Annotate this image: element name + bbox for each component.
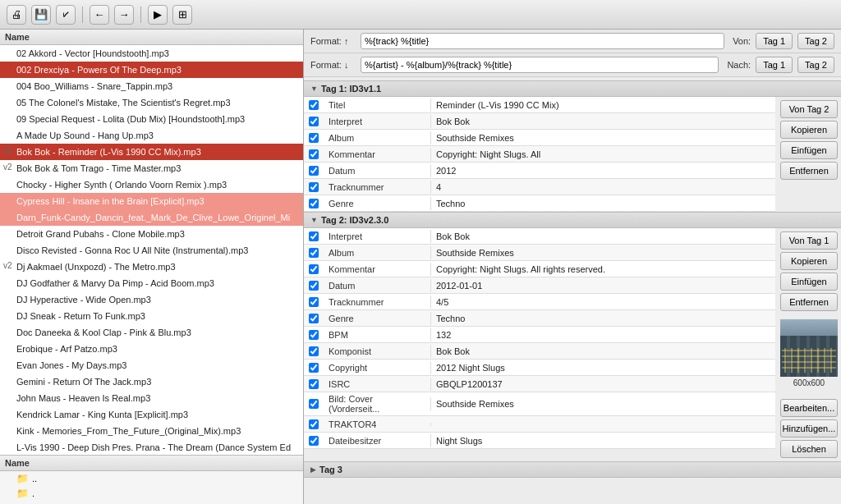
- file-list[interactable]: 02 Akkord - Vector [Houndstooth].mp3002 …: [0, 45, 303, 455]
- tag-field-checkbox[interactable]: [309, 314, 319, 323]
- tag-sections[interactable]: ▼ Tag 1: ID3v1.1TitelReminder (L-Vis 199…: [304, 77, 841, 504]
- tag-field-checkbox[interactable]: [309, 346, 319, 356]
- file-item[interactable]: Disco Revisted - Gonna Roc U All Nite (I…: [0, 242, 303, 259]
- file-item[interactable]: 004 Boo_Williams - Snare_Tappin.mp3: [0, 78, 303, 94]
- tag-field-name: Datum: [324, 164, 430, 177]
- format-input[interactable]: [361, 33, 724, 49]
- toolbar-forward-btn[interactable]: →: [114, 5, 134, 25]
- tag-field-value: [430, 423, 775, 426]
- file-item[interactable]: v2Bok Bok & Tom Trago - Time Master.mp3: [0, 160, 303, 176]
- tag-row: GenreTechno: [304, 195, 775, 212]
- tag-field-checkbox[interactable]: [309, 399, 319, 409]
- tag-field-name: Komponist: [324, 345, 430, 358]
- file-item[interactable]: A Made Up Sound - Hang Up.mp3: [0, 127, 303, 144]
- file-item[interactable]: v2Dj Aakmael (Unxpozd) - The Metro.mp3: [0, 259, 303, 275]
- tag-checkbox-cell: [304, 166, 324, 176]
- tag-field-checkbox[interactable]: [309, 264, 319, 274]
- tag-field-checkbox[interactable]: [309, 297, 319, 307]
- file-item-label: Cypress Hill - Insane in the Brain [Expl…: [16, 196, 205, 206]
- tag-action-btn[interactable]: Von Tag 1: [780, 231, 838, 250]
- tag-field-checkbox[interactable]: [309, 231, 319, 241]
- tag-section: ▼ Tag 2: ID3v2.3.0InterpretBok BokAlbumS…: [304, 212, 841, 461]
- tag-action-btn[interactable]: Einfügen: [780, 273, 838, 291]
- tag-action-btn-bottom[interactable]: Hinzufügen...: [780, 419, 838, 438]
- collapse-triangle: ▼: [310, 216, 318, 224]
- tag-field-checkbox[interactable]: [309, 117, 319, 126]
- tag-row: GenreTechno: [304, 310, 775, 327]
- file-item[interactable]: DJ Hyperactive - Wide Open.mp3: [0, 291, 303, 308]
- tag-field-value: Copyright: Night Slugs. All: [430, 148, 775, 161]
- format-tag2-btn[interactable]: Tag 2: [797, 33, 834, 49]
- file-item[interactable]: Erobique - Arf Patzo.mp3: [0, 341, 303, 357]
- tag-action-btn-bottom[interactable]: Löschen: [780, 440, 838, 458]
- file-item[interactable]: Kink - Memories_From_The_Future_(Origina…: [0, 423, 303, 439]
- file-item[interactable]: 02 Akkord - Vector [Houndstooth].mp3: [0, 45, 303, 62]
- main-content: Name 02 Akkord - Vector [Houndstooth].mp…: [0, 30, 841, 504]
- tag-field-checkbox[interactable]: [309, 330, 319, 340]
- file-item[interactable]: 09 Special Request - Lolita (Dub Mix) [H…: [0, 111, 303, 127]
- format-tag2-btn[interactable]: Tag 2: [797, 57, 834, 73]
- tag-field-value: Bok Bok: [430, 345, 775, 358]
- tag-field-checkbox[interactable]: [309, 379, 319, 389]
- toolbar-play-btn[interactable]: ▶: [148, 5, 168, 25]
- format-tag1-btn[interactable]: Tag 1: [756, 57, 793, 73]
- tag-action-btn[interactable]: Entfernen: [780, 162, 838, 180]
- tag-field-checkbox[interactable]: [309, 281, 319, 291]
- file-item[interactable]: DJ Sneak - Return To Funk.mp3: [0, 308, 303, 324]
- tag-action-btn[interactable]: Von Tag 2: [780, 100, 838, 118]
- tag-field-checkbox[interactable]: [309, 419, 319, 429]
- tag-action-btn[interactable]: Kopieren: [780, 252, 838, 270]
- tag-field-name: Copyright: [324, 361, 430, 374]
- folder-item[interactable]: 📁.: [0, 486, 303, 501]
- file-item[interactable]: Cypress Hill - Insane in the Brain [Expl…: [0, 193, 303, 209]
- file-item-label: John Maus - Heaven Is Real.mp3: [16, 393, 150, 403]
- file-item[interactable]: Kendrick Lamar - King Kunta [Explicit].m…: [0, 406, 303, 423]
- tag-field-value: Southside Remixes: [430, 131, 775, 144]
- file-item-label: Disco Revisted - Gonna Roc U All Nite (I…: [16, 245, 248, 255]
- file-item[interactable]: 05 The Colonel's Mistake, The Scientist'…: [0, 94, 303, 111]
- tag-field-checkbox[interactable]: [309, 149, 319, 159]
- tag-row: Tracknummer4/5: [304, 294, 775, 310]
- tag-checkbox-cell: [304, 436, 324, 446]
- file-item[interactable]: Detroit Grand Pubahs - Clone Mobile.mp3: [0, 226, 303, 242]
- file-panel: Name 02 Akkord - Vector [Houndstooth].mp…: [0, 30, 304, 504]
- toolbar-grid-btn[interactable]: ⊞: [172, 5, 192, 25]
- tag-field-name: BPM: [324, 328, 430, 341]
- tag-field-checkbox[interactable]: [309, 166, 319, 176]
- toolbar-save-btn[interactable]: 💾: [31, 5, 51, 25]
- toolbar-separator2: [140, 7, 141, 23]
- tag-field-checkbox[interactable]: [309, 363, 319, 373]
- file-item[interactable]: v2Bok Bok - Reminder (L-Vis 1990 CC Mix)…: [0, 144, 303, 160]
- toolbar-back-btn[interactable]: ←: [90, 5, 109, 25]
- tag-field-name: Titel: [324, 99, 430, 112]
- file-item[interactable]: Darn_Funk-Candy_Dancin_feat._Mark_De_Cli…: [0, 209, 303, 226]
- file-item[interactable]: Evan Jones - My Days.mp3: [0, 357, 303, 373]
- file-item[interactable]: Chocky - Higher Synth ( Orlando Voorn Re…: [0, 176, 303, 193]
- tag-field-checkbox[interactable]: [309, 182, 319, 192]
- file-item[interactable]: 002 Drexciya - Powers Of The Deep.mp3: [0, 62, 303, 78]
- tag-field-checkbox[interactable]: [309, 248, 319, 258]
- file-item[interactable]: L-Vis 1990 - Deep Dish Pres. Prana - The…: [0, 439, 303, 455]
- tag-field-checkbox[interactable]: [309, 133, 319, 143]
- file-item[interactable]: Doc Daneeka & Kool Clap - Pink & Blu.mp3: [0, 324, 303, 341]
- format-input[interactable]: [361, 57, 719, 73]
- toolbar-print-btn[interactable]: 🖨: [7, 5, 26, 25]
- tag-action-btn-bottom[interactable]: Bearbeiten...: [780, 399, 838, 417]
- tag-field-name: Album: [324, 131, 430, 144]
- file-item[interactable]: John Maus - Heaven Is Real.mp3: [0, 390, 303, 406]
- tag-action-btn[interactable]: Entfernen: [780, 293, 838, 311]
- folder-item[interactable]: 📁..: [0, 471, 303, 486]
- tag-action-btn[interactable]: Kopieren: [780, 121, 838, 139]
- format-tag1-btn[interactable]: Tag 1: [756, 33, 793, 49]
- tag-field-checkbox[interactable]: [309, 436, 319, 446]
- tag-section-header[interactable]: ▼ Tag 1: ID3v1.1: [304, 80, 841, 97]
- tag-field-checkbox[interactable]: [309, 199, 319, 208]
- file-item[interactable]: DJ Godfather & Marvy Da Pimp - Acid Boom…: [0, 275, 303, 291]
- tag-action-btn[interactable]: Einfügen: [780, 141, 838, 159]
- toolbar-disk-btn[interactable]: 🗸: [56, 5, 76, 25]
- tag3-section-header[interactable]: ▶ Tag 3: [304, 461, 841, 478]
- file-item[interactable]: Gemini - Return Of The Jack.mp3: [0, 373, 303, 390]
- tag-field-checkbox[interactable]: [309, 100, 319, 110]
- tag-section-header[interactable]: ▼ Tag 2: ID3v2.3.0: [304, 212, 841, 228]
- file-item-label: Dj Aakmael (Unxpozd) - The Metro.mp3: [16, 262, 176, 272]
